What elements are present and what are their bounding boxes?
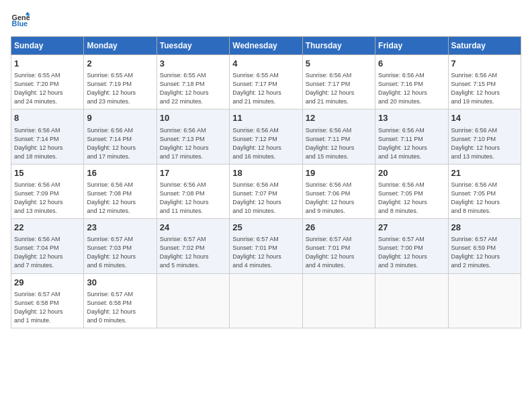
day-number: 10: [160, 112, 226, 124]
day-info: Sunrise: 6:57 AM Sunset: 7:02 PM Dayligh…: [160, 235, 226, 270]
day-cell: 16Sunrise: 6:56 AM Sunset: 7:08 PM Dayli…: [84, 164, 157, 218]
day-info: Sunrise: 6:57 AM Sunset: 6:58 PM Dayligh…: [14, 290, 81, 325]
day-info: Sunrise: 6:56 AM Sunset: 7:08 PM Dayligh…: [160, 181, 226, 216]
day-cell: [375, 273, 448, 328]
day-number: 26: [306, 222, 372, 234]
day-info: Sunrise: 6:56 AM Sunset: 7:15 PM Dayligh…: [451, 71, 518, 106]
weekday-header-saturday: Saturday: [448, 37, 521, 55]
day-info: Sunrise: 6:57 AM Sunset: 6:59 PM Dayligh…: [451, 235, 518, 270]
day-number: 4: [232, 58, 299, 70]
day-number: 25: [232, 222, 299, 234]
day-info: Sunrise: 6:57 AM Sunset: 7:00 PM Dayligh…: [378, 235, 445, 270]
day-number: 11: [232, 112, 299, 124]
day-cell: 23Sunrise: 6:57 AM Sunset: 7:03 PM Dayli…: [84, 219, 157, 273]
weekday-header-tuesday: Tuesday: [157, 37, 229, 55]
day-cell: [230, 273, 302, 328]
day-cell: 13Sunrise: 6:56 AM Sunset: 7:11 PM Dayli…: [375, 109, 448, 164]
day-number: 2: [87, 58, 153, 70]
day-cell: 22Sunrise: 6:56 AM Sunset: 7:04 PM Dayli…: [11, 219, 84, 273]
day-info: Sunrise: 6:56 AM Sunset: 7:05 PM Dayligh…: [451, 181, 518, 216]
day-info: Sunrise: 6:56 AM Sunset: 7:13 PM Dayligh…: [160, 126, 226, 161]
day-info: Sunrise: 6:56 AM Sunset: 7:16 PM Dayligh…: [378, 71, 445, 106]
calendar-table: SundayMondayTuesdayWednesdayThursdayFrid…: [11, 36, 521, 328]
day-number: 13: [378, 112, 445, 124]
day-cell: 20Sunrise: 6:56 AM Sunset: 7:05 PM Dayli…: [375, 164, 448, 218]
day-number: 23: [87, 222, 153, 234]
day-cell: 15Sunrise: 6:56 AM Sunset: 7:09 PM Dayli…: [11, 164, 84, 218]
day-cell: 10Sunrise: 6:56 AM Sunset: 7:13 PM Dayli…: [157, 109, 229, 164]
weekday-header-thursday: Thursday: [302, 37, 375, 55]
day-number: 12: [306, 112, 372, 124]
day-info: Sunrise: 6:56 AM Sunset: 7:06 PM Dayligh…: [306, 181, 372, 216]
day-cell: 19Sunrise: 6:56 AM Sunset: 7:06 PM Dayli…: [302, 164, 375, 218]
header: General Blue: [11, 11, 521, 30]
weekday-header-friday: Friday: [375, 37, 448, 55]
day-info: Sunrise: 6:56 AM Sunset: 7:11 PM Dayligh…: [378, 126, 445, 161]
day-info: Sunrise: 6:56 AM Sunset: 7:14 PM Dayligh…: [14, 126, 81, 161]
logo-icon: General Blue: [11, 11, 30, 30]
day-number: 20: [378, 167, 445, 179]
day-info: Sunrise: 6:56 AM Sunset: 7:05 PM Dayligh…: [378, 181, 445, 216]
day-info: Sunrise: 6:56 AM Sunset: 7:04 PM Dayligh…: [14, 235, 81, 270]
day-cell: 6Sunrise: 6:56 AM Sunset: 7:16 PM Daylig…: [375, 55, 448, 109]
day-number: 15: [14, 167, 81, 179]
day-info: Sunrise: 6:56 AM Sunset: 7:08 PM Dayligh…: [87, 181, 153, 216]
day-info: Sunrise: 6:56 AM Sunset: 7:12 PM Dayligh…: [232, 126, 299, 161]
day-number: 30: [87, 277, 153, 289]
day-cell: 18Sunrise: 6:56 AM Sunset: 7:07 PM Dayli…: [230, 164, 302, 218]
day-info: Sunrise: 6:56 AM Sunset: 7:17 PM Dayligh…: [306, 71, 372, 106]
day-info: Sunrise: 6:57 AM Sunset: 6:58 PM Dayligh…: [87, 290, 153, 325]
day-cell: 7Sunrise: 6:56 AM Sunset: 7:15 PM Daylig…: [448, 55, 521, 109]
day-cell: 1Sunrise: 6:55 AM Sunset: 7:20 PM Daylig…: [11, 55, 84, 109]
day-info: Sunrise: 6:56 AM Sunset: 7:14 PM Dayligh…: [87, 126, 153, 161]
day-info: Sunrise: 6:55 AM Sunset: 7:18 PM Dayligh…: [160, 71, 226, 106]
week-row-4: 22Sunrise: 6:56 AM Sunset: 7:04 PM Dayli…: [11, 219, 521, 273]
day-number: 18: [232, 167, 299, 179]
day-cell: 26Sunrise: 6:57 AM Sunset: 7:01 PM Dayli…: [302, 219, 375, 273]
day-cell: 9Sunrise: 6:56 AM Sunset: 7:14 PM Daylig…: [84, 109, 157, 164]
day-number: 14: [451, 112, 518, 124]
day-info: Sunrise: 6:56 AM Sunset: 7:09 PM Dayligh…: [14, 181, 81, 216]
day-cell: [448, 273, 521, 328]
day-cell: 21Sunrise: 6:56 AM Sunset: 7:05 PM Dayli…: [448, 164, 521, 218]
day-cell: 8Sunrise: 6:56 AM Sunset: 7:14 PM Daylig…: [11, 109, 84, 164]
day-number: 24: [160, 222, 226, 234]
day-number: 27: [378, 222, 445, 234]
week-row-3: 15Sunrise: 6:56 AM Sunset: 7:09 PM Dayli…: [11, 164, 521, 218]
day-info: Sunrise: 6:55 AM Sunset: 7:19 PM Dayligh…: [87, 71, 153, 106]
day-number: 16: [87, 167, 153, 179]
day-number: 6: [378, 58, 445, 70]
day-cell: [157, 273, 229, 328]
day-cell: 2Sunrise: 6:55 AM Sunset: 7:19 PM Daylig…: [84, 55, 157, 109]
day-info: Sunrise: 6:57 AM Sunset: 7:01 PM Dayligh…: [306, 235, 372, 270]
day-cell: 5Sunrise: 6:56 AM Sunset: 7:17 PM Daylig…: [302, 55, 375, 109]
weekday-header-sunday: Sunday: [11, 37, 84, 55]
day-number: 19: [306, 167, 372, 179]
day-cell: 3Sunrise: 6:55 AM Sunset: 7:18 PM Daylig…: [157, 55, 229, 109]
day-cell: 28Sunrise: 6:57 AM Sunset: 6:59 PM Dayli…: [448, 219, 521, 273]
day-number: 9: [87, 112, 153, 124]
day-cell: 12Sunrise: 6:56 AM Sunset: 7:11 PM Dayli…: [302, 109, 375, 164]
day-cell: 30Sunrise: 6:57 AM Sunset: 6:58 PM Dayli…: [84, 273, 157, 328]
day-info: Sunrise: 6:56 AM Sunset: 7:07 PM Dayligh…: [232, 181, 299, 216]
day-number: 21: [451, 167, 518, 179]
logo: General Blue: [11, 11, 35, 30]
day-number: 28: [451, 222, 518, 234]
weekday-header-monday: Monday: [84, 37, 157, 55]
day-info: Sunrise: 6:55 AM Sunset: 7:20 PM Dayligh…: [14, 71, 81, 106]
day-info: Sunrise: 6:56 AM Sunset: 7:11 PM Dayligh…: [306, 126, 372, 161]
day-number: 7: [451, 58, 518, 70]
day-number: 17: [160, 167, 226, 179]
day-info: Sunrise: 6:56 AM Sunset: 7:10 PM Dayligh…: [451, 126, 518, 161]
day-number: 29: [14, 277, 81, 289]
day-number: 5: [306, 58, 372, 70]
day-number: 8: [14, 112, 81, 124]
day-number: 3: [160, 58, 226, 70]
day-number: 22: [14, 222, 81, 234]
weekday-header-wednesday: Wednesday: [230, 37, 302, 55]
week-row-5: 29Sunrise: 6:57 AM Sunset: 6:58 PM Dayli…: [11, 273, 521, 328]
header-row: SundayMondayTuesdayWednesdayThursdayFrid…: [11, 37, 521, 55]
day-cell: 14Sunrise: 6:56 AM Sunset: 7:10 PM Dayli…: [448, 109, 521, 164]
day-number: 1: [14, 58, 81, 70]
day-cell: 24Sunrise: 6:57 AM Sunset: 7:02 PM Dayli…: [157, 219, 229, 273]
